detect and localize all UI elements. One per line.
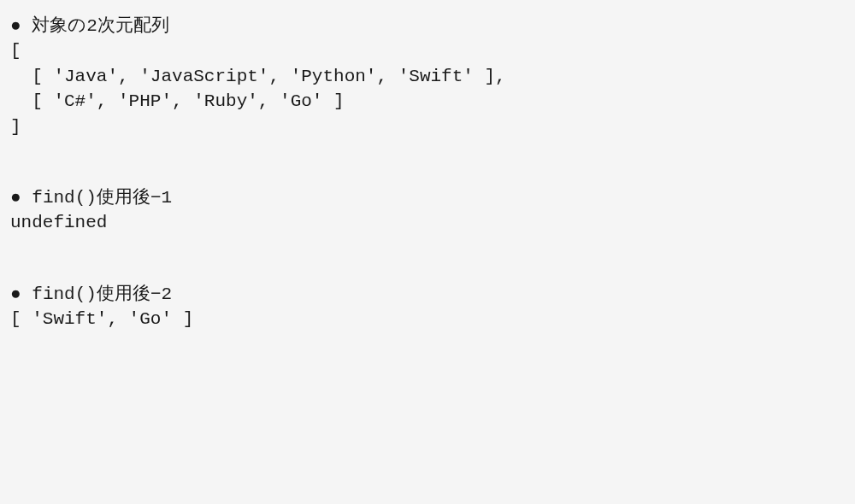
heading-find-2: ● find()使用後−2: [10, 280, 845, 307]
content-find-2: [ 'Swift', 'Go' ]: [10, 307, 845, 331]
heading-text: 対象の2次元配列: [21, 16, 169, 36]
heading-target-array: ● 対象の2次元配列: [10, 12, 845, 38]
heading-text: find()使用後−2: [21, 284, 172, 304]
heading-find-1: ● find()使用後−1: [10, 184, 845, 210]
section-find-2: ● find()使用後−2 [ 'Swift', 'Go' ]: [10, 280, 845, 332]
content-target-array: [ [ 'Java', 'JavaScript', 'Python', 'Swi…: [10, 38, 845, 139]
bullet-icon: ●: [10, 186, 21, 206]
heading-text: find()使用後−1: [21, 188, 172, 208]
content-find-1: undefined: [10, 210, 845, 235]
bullet-icon: ●: [10, 283, 21, 302]
section-find-1: ● find()使用後−1 undefined: [10, 184, 845, 236]
bullet-icon: ●: [10, 15, 21, 34]
section-target-array: ● 対象の2次元配列 [ [ 'Java', 'JavaScript', 'Py…: [10, 12, 845, 139]
